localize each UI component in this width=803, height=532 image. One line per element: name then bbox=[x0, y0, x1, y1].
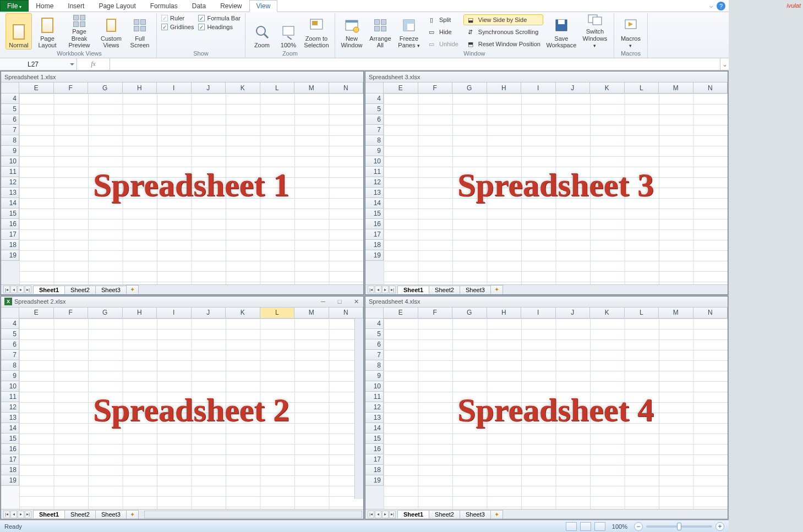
column-header[interactable]: F bbox=[54, 308, 89, 319]
reset-window-button[interactable]: ⬒Reset Window Position bbox=[463, 39, 543, 50]
window-title-bar[interactable]: Spreadsheet 2.xlsx─□✕ bbox=[1, 297, 363, 308]
column-header[interactable]: F bbox=[418, 83, 453, 94]
sheet-tab[interactable]: Sheet1 bbox=[33, 510, 65, 518]
column-header[interactable]: N bbox=[329, 83, 364, 94]
row-header[interactable]: 9 bbox=[365, 146, 384, 156]
row-header[interactable]: 17 bbox=[365, 454, 384, 465]
sheet-nav-prev[interactable]: ◂ bbox=[375, 511, 381, 518]
sheet-tab[interactable]: Sheet1 bbox=[397, 286, 429, 294]
column-header[interactable]: K bbox=[590, 83, 625, 94]
sheet-nav-next[interactable]: ▸ bbox=[382, 286, 389, 293]
column-header[interactable]: I bbox=[157, 308, 192, 319]
sheet-nav-next[interactable]: ▸ bbox=[18, 286, 24, 293]
sheet-tab[interactable]: Sheet1 bbox=[397, 510, 429, 518]
row-header[interactable]: 11 bbox=[365, 392, 384, 402]
row-header[interactable]: 5 bbox=[365, 329, 384, 339]
gridlines-checkbox[interactable]: ✓Gridlines bbox=[160, 23, 195, 31]
row-header[interactable]: 4 bbox=[1, 319, 19, 329]
row-header[interactable]: 6 bbox=[1, 114, 19, 125]
horizontal-scrollbar[interactable] bbox=[144, 511, 362, 518]
sheet-tab[interactable]: Sheet2 bbox=[64, 510, 96, 518]
tab-view[interactable]: View bbox=[249, 0, 278, 12]
row-header[interactable]: 15 bbox=[365, 434, 384, 444]
row-header[interactable]: 5 bbox=[365, 104, 384, 114]
sheet-nav-first[interactable]: |◂ bbox=[3, 286, 10, 293]
switch-windows-button[interactable]: Switch Windows ▾ bbox=[580, 13, 610, 50]
select-all-corner[interactable] bbox=[1, 83, 19, 94]
workbook-window[interactable]: Spreadsheet 4.xlsx EFGHIJKLMN 4567891011… bbox=[365, 296, 728, 520]
sheet-nav-last[interactable]: ▸| bbox=[25, 511, 31, 518]
column-header[interactable]: N bbox=[693, 308, 728, 319]
name-box[interactable]: L27 bbox=[0, 58, 77, 70]
sheet-nav-first[interactable]: |◂ bbox=[3, 511, 10, 518]
workbook-window[interactable]: Spreadsheet 2.xlsx─□✕ EFGHIJKLMN 4567891… bbox=[1, 296, 364, 520]
sheet-nav-next[interactable]: ▸ bbox=[382, 511, 389, 518]
row-header[interactable]: 6 bbox=[1, 339, 19, 350]
row-header[interactable]: 12 bbox=[365, 177, 384, 188]
column-header[interactable]: F bbox=[54, 83, 89, 94]
row-header[interactable]: 12 bbox=[1, 402, 19, 413]
formula-bar-checkbox[interactable]: ✓Formula Bar bbox=[197, 14, 242, 22]
row-header[interactable]: 16 bbox=[365, 219, 384, 229]
zoom-100-button[interactable]: 100% bbox=[277, 13, 299, 50]
column-header[interactable]: E bbox=[19, 83, 54, 94]
column-header[interactable]: K bbox=[226, 308, 260, 319]
cells[interactable]: Spreadsheet 1 bbox=[19, 94, 363, 284]
custom-views-button[interactable]: Custom Views bbox=[98, 13, 124, 50]
row-header[interactable]: 13 bbox=[1, 413, 19, 423]
zoom-out-button[interactable]: − bbox=[634, 522, 643, 531]
close-icon[interactable]: ✕ bbox=[352, 298, 360, 305]
page-layout-button[interactable]: Page Layout bbox=[34, 13, 61, 50]
sheet-nav-last[interactable]: ▸| bbox=[25, 286, 31, 293]
column-header[interactable]: I bbox=[521, 308, 556, 319]
column-header[interactable]: L bbox=[260, 83, 295, 94]
headings-checkbox[interactable]: ✓Headings bbox=[197, 23, 242, 31]
row-header[interactable]: 17 bbox=[1, 454, 19, 465]
row-header[interactable]: 14 bbox=[1, 198, 19, 209]
row-header[interactable]: 7 bbox=[365, 125, 384, 135]
column-header[interactable]: J bbox=[556, 308, 591, 319]
sheet-nav-prev[interactable]: ◂ bbox=[375, 286, 381, 293]
new-window-button[interactable]: New Window bbox=[338, 13, 365, 50]
column-header[interactable]: L bbox=[625, 83, 659, 94]
column-header[interactable]: N bbox=[693, 83, 728, 94]
row-header[interactable]: 17 bbox=[1, 229, 19, 240]
column-header[interactable]: J bbox=[556, 83, 591, 94]
minimize-icon[interactable]: ─ bbox=[319, 298, 327, 305]
new-sheet-tab[interactable]: ✦ bbox=[126, 285, 139, 294]
minimize-ribbon-icon[interactable]: ⌵ bbox=[709, 2, 713, 9]
row-header[interactable]: 7 bbox=[1, 125, 19, 135]
row-header[interactable]: 13 bbox=[1, 188, 19, 198]
row-header[interactable]: 12 bbox=[1, 177, 19, 188]
arrange-all-button[interactable]: Arrange All bbox=[367, 13, 394, 50]
row-header[interactable]: 16 bbox=[1, 444, 19, 454]
column-header[interactable]: J bbox=[192, 83, 226, 94]
row-header[interactable]: 9 bbox=[1, 371, 19, 381]
row-header[interactable]: 19 bbox=[1, 250, 19, 261]
zoom-in-button[interactable]: + bbox=[715, 522, 724, 531]
tab-page-layout[interactable]: Page Layout bbox=[91, 0, 143, 12]
column-header[interactable]: H bbox=[487, 308, 522, 319]
column-header[interactable]: H bbox=[123, 83, 157, 94]
cells[interactable]: Spreadsheet 3 bbox=[384, 94, 728, 284]
row-header[interactable]: 11 bbox=[1, 167, 19, 177]
column-header[interactable]: N bbox=[329, 308, 364, 319]
row-header[interactable]: 19 bbox=[365, 250, 384, 261]
row-header[interactable]: 10 bbox=[1, 381, 19, 392]
tab-review[interactable]: Review bbox=[213, 0, 249, 12]
row-header[interactable]: 4 bbox=[365, 319, 384, 329]
column-header[interactable]: G bbox=[88, 308, 123, 319]
row-header[interactable]: 9 bbox=[1, 146, 19, 156]
cells[interactable]: Spreadsheet 2 bbox=[19, 319, 363, 509]
vertical-scrollbar[interactable] bbox=[354, 319, 363, 500]
normal-button[interactable]: Normal bbox=[6, 13, 32, 50]
full-screen-button[interactable]: Full Screen bbox=[127, 13, 153, 50]
row-header[interactable]: 18 bbox=[365, 240, 384, 250]
sheet-tab[interactable]: Sheet1 bbox=[33, 286, 65, 294]
column-header[interactable]: H bbox=[123, 308, 157, 319]
row-header[interactable]: 6 bbox=[365, 114, 384, 125]
sheet-tab[interactable]: Sheet2 bbox=[429, 286, 460, 294]
column-header[interactable]: G bbox=[452, 308, 487, 319]
tab-data[interactable]: Data bbox=[185, 0, 213, 12]
row-header[interactable]: 15 bbox=[365, 209, 384, 219]
